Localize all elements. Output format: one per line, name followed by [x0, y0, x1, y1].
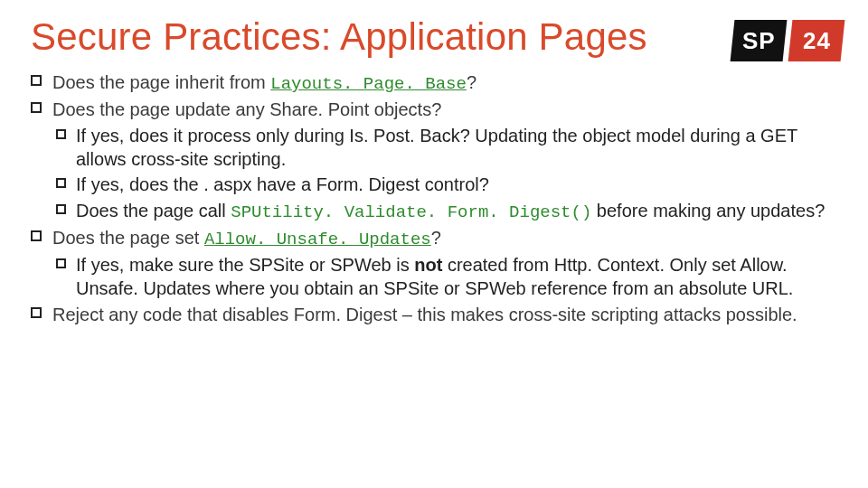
bullet-2-sub-3-text-a: Does the page call [76, 201, 231, 221]
bullet-3: Does the page set Allow. Unsafe. Updates… [31, 226, 837, 301]
bullet-2-sub-3: Does the page call SPUtility. Validate. … [56, 199, 837, 224]
logo-box-sp: SP [731, 20, 788, 61]
bullet-list: Does the page inherit from Layouts. Page… [31, 70, 837, 326]
bullet-1-text-a: Does the page inherit from [52, 72, 270, 92]
slide: SP 24 Secure Practices: Application Page… [0, 0, 868, 488]
logo-box-24: 24 [788, 20, 845, 61]
bullet-3-sublist: If yes, make sure the SPSite or SPWeb is… [52, 253, 837, 301]
bullet-2-sub-1-text: If yes, does it process only during Is. … [76, 126, 797, 169]
page-title: Secure Practices: Application Pages [31, 16, 837, 58]
bullet-2-sub-2-text: If yes, does the . aspx have a Form. Dig… [76, 174, 489, 194]
logo-text-sp: SP [742, 27, 776, 55]
bullet-2: Does the page update any Share. Point ob… [31, 98, 837, 224]
bullet-2-sub-1: If yes, does it process only during Is. … [56, 124, 837, 172]
logo-sp24: SP 24 [732, 20, 843, 61]
bullet-3-text-a: Does the page set [52, 228, 204, 248]
logo-text-24: 24 [803, 27, 831, 55]
bullet-1: Does the page inherit from Layouts. Page… [31, 70, 837, 96]
bullet-2-sub-3-text-b: before making any updates? [591, 201, 825, 221]
bullet-3-sub-1: If yes, make sure the SPSite or SPWeb is… [56, 253, 837, 301]
bullet-3-sub-1-not: not [414, 255, 442, 275]
bullet-3-code: Allow. Unsafe. Updates [204, 230, 431, 249]
bullet-3-sub-1-text-a: If yes, make sure the SPSite or SPWeb is [76, 255, 414, 275]
bullet-1-code: Layouts. Page. Base [270, 74, 467, 94]
bullet-2-sub-3-code: SPUtility. Validate. Form. Digest() [231, 202, 591, 222]
bullet-2-text: Does the page update any Share. Point ob… [52, 99, 441, 119]
bullet-4: Reject any code that disables Form. Dige… [31, 303, 837, 326]
bullet-4-text: Reject any code that disables Form. Dige… [52, 305, 797, 324]
bullet-3-text-b: ? [431, 228, 441, 248]
bullet-2-sub-2: If yes, does the . aspx have a Form. Dig… [56, 173, 837, 196]
bullet-1-text-b: ? [467, 72, 476, 92]
bullet-2-sublist: If yes, does it process only during Is. … [52, 124, 837, 224]
